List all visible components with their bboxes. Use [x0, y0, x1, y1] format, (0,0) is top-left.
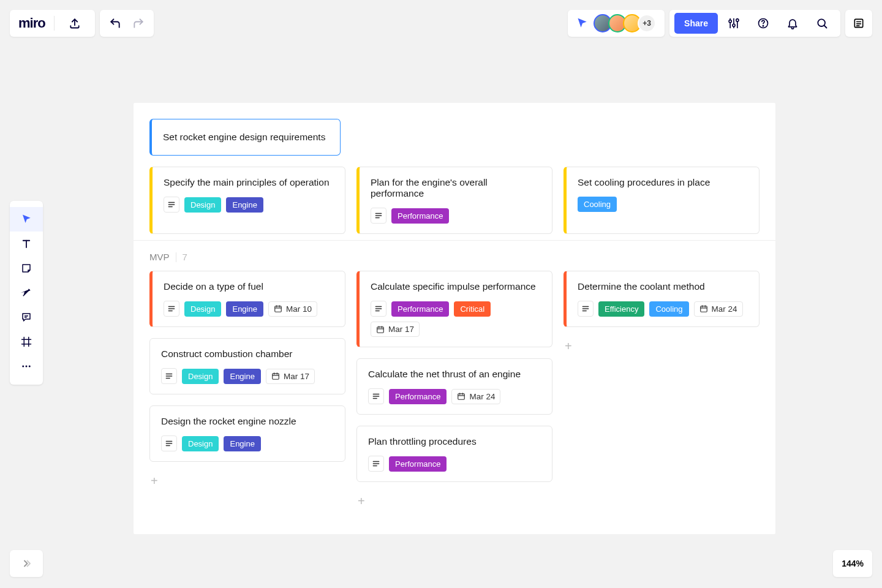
tag-performance[interactable]: Performance: [389, 456, 447, 472]
share-button[interactable]: Share: [674, 13, 718, 34]
tag-engine[interactable]: Engine: [224, 369, 260, 384]
column: Decide on a type of fuel DesignEngineMar…: [149, 271, 345, 510]
svg-rect-43: [273, 374, 279, 379]
left-toolbar: [10, 201, 43, 385]
separator: [176, 252, 176, 262]
card[interactable]: Set cooling procedures in place Cooling: [564, 167, 760, 234]
settings-button[interactable]: [720, 10, 747, 37]
tool-select[interactable]: [10, 207, 43, 232]
tag-design[interactable]: Design: [184, 301, 221, 317]
board-canvas[interactable]: Set rocket engine design requirements Sp…: [134, 103, 775, 534]
tool-more[interactable]: [10, 354, 43, 379]
column: Calculate specific impulse performance P…: [356, 271, 552, 510]
date-chip[interactable]: Mar 17: [371, 322, 420, 337]
upload-icon: [69, 17, 81, 29]
card-title: Plan throttling procedures: [368, 436, 541, 447]
description-indicator[interactable]: [161, 435, 177, 451]
sticky-note-icon: [21, 263, 32, 274]
avatar-overflow[interactable]: +3: [638, 14, 656, 32]
notifications-button[interactable]: [779, 10, 806, 37]
tool-text[interactable]: [10, 232, 43, 256]
tag-critical[interactable]: Critical: [454, 301, 491, 317]
svg-rect-36: [275, 306, 282, 312]
date-chip[interactable]: Mar 17: [266, 369, 315, 384]
date-chip[interactable]: Mar 10: [268, 301, 317, 317]
add-card-button[interactable]: +: [356, 493, 552, 510]
card[interactable]: Determine the coolant method EfficiencyC…: [564, 271, 760, 327]
cursor-presence-button[interactable]: [576, 17, 589, 29]
svg-point-2: [729, 20, 731, 23]
logo-pill: miro: [10, 10, 95, 37]
date-chip[interactable]: Mar 24: [451, 389, 500, 404]
app-logo[interactable]: miro: [18, 15, 45, 31]
card[interactable]: Plan for the engine's overall performanc…: [356, 167, 552, 234]
description-indicator[interactable]: [164, 301, 179, 317]
description-indicator[interactable]: [371, 301, 386, 317]
date-value: Mar 10: [286, 304, 312, 314]
description-indicator[interactable]: [368, 388, 384, 404]
tool-comment[interactable]: [10, 305, 43, 330]
tag-engine[interactable]: Engine: [224, 436, 260, 451]
svg-rect-60: [458, 394, 465, 399]
description-indicator[interactable]: [368, 456, 384, 472]
description-indicator[interactable]: [164, 197, 179, 213]
card[interactable]: Calculate specific impulse performance P…: [356, 271, 552, 347]
card-title: Construct combustion chamber: [161, 349, 334, 360]
description-indicator[interactable]: [578, 301, 594, 317]
svg-rect-53: [377, 326, 384, 332]
frame-icon: [21, 336, 32, 347]
bell-icon: [786, 17, 799, 29]
search-button[interactable]: [809, 10, 835, 37]
date-chip[interactable]: Mar 24: [694, 301, 743, 317]
card[interactable]: Construct combustion chamber DesignEngin…: [149, 338, 345, 394]
date-value: Mar 17: [388, 325, 414, 334]
tag-design[interactable]: Design: [182, 369, 219, 384]
tag-cooling[interactable]: Cooling: [649, 301, 688, 317]
comment-icon: [21, 312, 32, 323]
expand-toolbar-button[interactable]: [10, 550, 43, 577]
tool-arrow[interactable]: [10, 281, 43, 305]
redo-button[interactable]: [127, 10, 150, 37]
avatar-stack[interactable]: +3: [594, 14, 656, 32]
card[interactable]: Specify the main principles of operation…: [149, 167, 345, 234]
section-name: MVP: [149, 252, 170, 262]
sliders-icon: [728, 17, 740, 29]
description-indicator[interactable]: [161, 368, 177, 384]
panel-toggle[interactable]: [845, 10, 872, 37]
tag-efficiency[interactable]: Efficiency: [598, 301, 644, 317]
undo-button[interactable]: [104, 10, 127, 37]
card[interactable]: Design the rocket engine nozzle DesignEn…: [149, 405, 345, 462]
add-card-button[interactable]: +: [564, 338, 760, 355]
svg-point-24: [22, 366, 24, 368]
date-value: Mar 17: [284, 372, 309, 381]
card[interactable]: Calculate the net thrust of an engine Pe…: [356, 358, 552, 415]
tool-sticky-note[interactable]: [10, 256, 43, 281]
card-title: Calculate specific impulse performance: [371, 281, 541, 292]
zoom-value: 144%: [842, 559, 864, 568]
tag-performance[interactable]: Performance: [389, 389, 447, 404]
arrow-icon: [21, 287, 32, 298]
collaborators-pill: +3: [568, 10, 665, 37]
redo-icon: [132, 17, 145, 29]
tool-frame[interactable]: [10, 330, 43, 354]
export-button[interactable]: [63, 10, 86, 37]
column: Determine the coolant method EfficiencyC…: [564, 271, 760, 510]
svg-line-10: [824, 26, 827, 28]
svg-point-25: [26, 366, 28, 368]
tag-performance[interactable]: Performance: [391, 208, 449, 224]
tag-design[interactable]: Design: [182, 436, 219, 451]
tag-cooling[interactable]: Cooling: [578, 197, 617, 212]
description-indicator[interactable]: [371, 208, 386, 224]
tag-engine[interactable]: Engine: [226, 197, 263, 213]
tag-performance[interactable]: Performance: [391, 301, 449, 317]
section-header[interactable]: MVP 7: [149, 252, 760, 262]
add-card-button[interactable]: +: [149, 473, 345, 489]
zoom-level[interactable]: 144%: [833, 550, 872, 577]
card-title: Design the rocket engine nozzle: [161, 416, 334, 427]
card[interactable]: Plan throttling procedures Performance: [356, 426, 552, 482]
card[interactable]: Decide on a type of fuel DesignEngineMar…: [149, 271, 345, 327]
help-button[interactable]: [750, 10, 777, 37]
tag-design[interactable]: Design: [184, 197, 221, 213]
tag-engine[interactable]: Engine: [226, 301, 263, 317]
card-header[interactable]: Set rocket engine design requirements: [149, 119, 341, 156]
